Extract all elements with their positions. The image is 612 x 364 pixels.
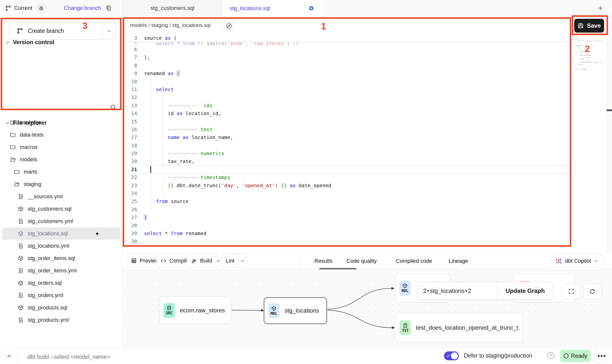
text-cursor bbox=[150, 166, 151, 173]
toolbar-divider bbox=[300, 253, 300, 269]
create-branch-button[interactable]: Create branch bbox=[10, 22, 116, 40]
tree-item-data-tests[interactable]: data-tests bbox=[0, 129, 122, 141]
database-icon bbox=[166, 305, 172, 311]
lineage-selector-input[interactable] bbox=[418, 282, 497, 300]
code-line-23: 23 {{ dbt.date_trunc('day', 'opened_at')… bbox=[123, 182, 571, 189]
code-line-9: 9renamed as ( bbox=[123, 69, 571, 77]
line-number: 20 bbox=[123, 157, 144, 165]
dbt-copilot-button[interactable]: dbt Copilot bbox=[551, 255, 604, 267]
line-number: 11 bbox=[123, 85, 144, 93]
code-line-24: 24 bbox=[123, 189, 571, 197]
line-number: 25 bbox=[123, 197, 144, 205]
code-line-28: 28 bbox=[123, 222, 571, 229]
copy-icon[interactable] bbox=[105, 5, 112, 11]
file-search-button[interactable] bbox=[110, 104, 117, 111]
tree-item-stg-products-yml[interactable]: stg_products.yml bbox=[0, 314, 122, 326]
tree-item-label: stg_order_items.sql bbox=[28, 255, 75, 262]
tree-item-label: stg_products.sql bbox=[28, 304, 67, 311]
tree-item-stg-products-sql[interactable]: stg_products.sql bbox=[0, 302, 122, 314]
create-branch-main[interactable]: Create branch bbox=[10, 22, 102, 39]
compile-button[interactable]: Compile bbox=[156, 254, 184, 267]
model-badge: MDL bbox=[268, 303, 280, 318]
branch-area: Current Change branch bbox=[0, 0, 123, 16]
tab-stg-customers[interactable]: stg_customers.sql bbox=[123, 0, 222, 16]
build-dropdown[interactable] bbox=[216, 254, 221, 267]
tree-item-stg-orders-yml[interactable]: stg_orders.yml bbox=[0, 289, 122, 302]
tab-lineage[interactable]: Lineage bbox=[449, 253, 468, 269]
toggle-knob bbox=[451, 352, 458, 359]
editor-toolbar: Preview Compile Build Lint Results Code … bbox=[123, 253, 612, 269]
tree-item-stg-order-items-yml[interactable]: stg_order_items.yml bbox=[0, 264, 122, 277]
tree-item-analyses[interactable]: analyses bbox=[0, 116, 122, 129]
change-branch-link[interactable]: Change branch bbox=[64, 5, 101, 11]
branch-locked-chip bbox=[36, 3, 46, 13]
refresh-graph-button[interactable] bbox=[583, 284, 601, 299]
code-line-20: 20 tax_rate, bbox=[123, 157, 571, 165]
tab-code-quality[interactable]: Code quality bbox=[347, 253, 377, 269]
partially-scrolled-line: 5 select * from {{ source('ecom', 'raw_s… bbox=[123, 42, 571, 45]
fullscreen-button[interactable] bbox=[562, 284, 580, 299]
chevron-down-icon bbox=[5, 40, 10, 45]
tree-item-stg-order-items-sql[interactable]: stg_order_items.sql bbox=[0, 252, 122, 264]
chevron-down-icon bbox=[106, 28, 111, 33]
tree-item-stg-orders-sql[interactable]: stg_orders.sql bbox=[0, 277, 122, 289]
tree-item-label: staging bbox=[24, 181, 41, 187]
model-icon bbox=[18, 305, 24, 311]
save-button[interactable]: Save bbox=[574, 19, 604, 33]
more-options-button[interactable]: ••• bbox=[594, 349, 610, 363]
file-icon bbox=[18, 268, 24, 274]
compile-label: Compile bbox=[169, 258, 189, 264]
tab-results[interactable]: Results bbox=[314, 253, 332, 269]
tab-stg-locations[interactable]: stg_locations.sql bbox=[222, 0, 324, 17]
badge-label: MDL bbox=[402, 289, 408, 293]
line-content: ---------- text bbox=[144, 125, 212, 133]
model-icon bbox=[18, 255, 24, 261]
new-tab-button[interactable] bbox=[596, 4, 605, 12]
line-content: name as location_name, bbox=[144, 133, 233, 141]
lint-button[interactable]: Lint bbox=[221, 254, 247, 267]
preview-button[interactable]: Preview bbox=[127, 254, 154, 267]
help-icon[interactable]: ? bbox=[547, 352, 554, 359]
defer-label: Defer to staging/production bbox=[464, 352, 532, 359]
lineage-node-stg-locations[interactable]: MDL stg_locations bbox=[264, 297, 327, 324]
code-area[interactable]: 5 select * from {{ source('ecom', 'raw_s… bbox=[123, 42, 571, 245]
lint-dropdown[interactable] bbox=[239, 254, 246, 267]
line-content: {{ dbt.date_trunc('day', 'opened_at') }}… bbox=[144, 182, 331, 189]
tree-item-label: marts bbox=[24, 169, 37, 175]
defer-toggle[interactable] bbox=[444, 351, 459, 360]
expand-icon bbox=[568, 288, 574, 295]
tree-item-stg-locations-sql[interactable]: stg_locations.sql bbox=[2, 227, 121, 240]
tree-item-stg-locations-yml[interactable]: stg_locations.yml bbox=[0, 240, 122, 252]
build-button[interactable]: Build bbox=[187, 254, 218, 267]
expand-command-bar-button[interactable] bbox=[6, 353, 12, 359]
tree-item-marts[interactable]: marts bbox=[0, 166, 122, 178]
minimap[interactable]: withsource as ( select * from {{ source(… bbox=[575, 36, 604, 94]
tree-item-models[interactable]: models bbox=[0, 153, 122, 166]
refresh-icon bbox=[589, 288, 596, 295]
lineage-node-test[interactable]: TST test_does_location_opened_at_trunc_t… bbox=[395, 313, 523, 342]
tree-item--sources-yml[interactable]: __sources.yml bbox=[0, 190, 122, 203]
tree-item-stg-customers-yml[interactable]: stg_customers.yml bbox=[0, 215, 122, 227]
command-input[interactable]: dbt build --select <model_name> bbox=[17, 349, 469, 364]
tabbar-divider bbox=[593, 0, 593, 16]
copilot-label: dbt Copilot bbox=[565, 258, 591, 264]
line-content: source as ( bbox=[144, 34, 177, 42]
create-branch-dropdown[interactable] bbox=[102, 22, 116, 39]
tree-item-macros[interactable]: macros bbox=[0, 141, 122, 153]
lineage-node-source[interactable]: SRC ecom.raw_stores bbox=[159, 297, 231, 324]
tree-item-stg-customers-sql[interactable]: stg_customers.sql bbox=[0, 203, 122, 215]
tab-compiled-code[interactable]: Compiled code bbox=[396, 253, 432, 269]
source-badge: SRC bbox=[163, 303, 175, 318]
tree-item-label: macros bbox=[20, 144, 38, 150]
lint-label: Lint bbox=[226, 258, 234, 264]
tree-item-staging[interactable]: staging bbox=[0, 178, 122, 190]
file-icon bbox=[18, 218, 24, 224]
code-line-29: 29select * from renamed bbox=[123, 229, 571, 237]
breadcrumb: models / staging / stg_locations.sql bbox=[130, 22, 211, 28]
update-graph-button[interactable]: Update Graph bbox=[497, 282, 553, 300]
file-icon bbox=[18, 194, 24, 200]
node-label: test_does_location_opened_at_trunc_t… bbox=[416, 324, 520, 331]
view-lineage-button[interactable] bbox=[224, 20, 234, 31]
panel-resize-handle[interactable] bbox=[607, 109, 612, 111]
line-number: 17 bbox=[123, 133, 144, 141]
